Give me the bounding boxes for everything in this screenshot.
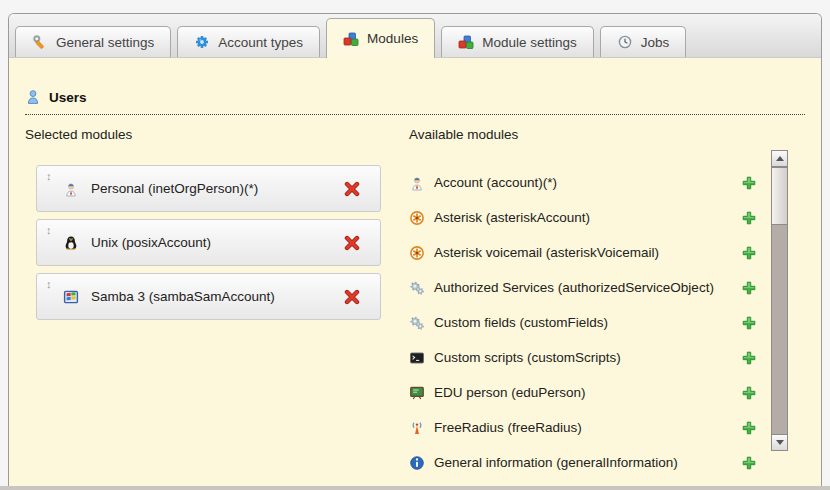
available-module-row-authorized-services: Authorized Services (authorizedServiceOb… xyxy=(409,270,756,305)
available-modules-list: Account (account)(*) xyxy=(409,165,756,480)
wrench-icon xyxy=(32,34,48,50)
module-label: Samba 3 (sambaSamAccount) xyxy=(91,289,275,304)
modules-tab-content: Users Selected modules ↕ xyxy=(9,89,821,480)
asterisk-icon xyxy=(409,210,425,226)
add-icon[interactable] xyxy=(742,316,756,330)
triangle-up-icon xyxy=(776,156,784,161)
gears-icon xyxy=(409,280,425,296)
tab-module-settings[interactable]: Module settings xyxy=(441,26,594,57)
tab-account-types[interactable]: Account types xyxy=(177,26,320,57)
person-icon xyxy=(409,175,425,191)
triangle-down-icon xyxy=(776,440,784,445)
drag-handle-icon[interactable]: ↕ xyxy=(46,279,52,290)
scrollbar-thumb[interactable] xyxy=(771,167,788,225)
tab-modules[interactable]: Modules xyxy=(326,18,435,58)
add-icon[interactable] xyxy=(742,211,756,225)
chalkboard-icon xyxy=(409,385,425,401)
drag-handle-icon[interactable]: ↕ xyxy=(46,171,52,182)
module-label: Asterisk (asteriskAccount) xyxy=(434,210,590,225)
module-label: General information (generalInformation) xyxy=(434,455,678,470)
module-label: Unix (posixAccount) xyxy=(91,235,211,250)
add-icon[interactable] xyxy=(742,421,756,435)
section-title: Users xyxy=(49,90,87,105)
tab-label: Jobs xyxy=(641,35,670,50)
tab-jobs[interactable]: Jobs xyxy=(600,26,687,57)
module-label: Custom fields (customFields) xyxy=(434,315,608,330)
terminal-icon xyxy=(409,350,425,366)
add-icon[interactable] xyxy=(742,281,756,295)
tab-label: Modules xyxy=(367,31,418,46)
person-icon xyxy=(63,181,79,197)
delete-icon[interactable] xyxy=(344,181,360,197)
bottom-divider xyxy=(0,486,830,490)
add-icon[interactable] xyxy=(742,246,756,260)
module-label: Account (account)(*) xyxy=(434,175,557,190)
tab-label: Account types xyxy=(218,35,303,50)
available-module-row-general-information: General information (generalInformation) xyxy=(409,445,756,480)
settings-panel: General settings Account types xyxy=(8,13,822,490)
available-module-row-edu-person: EDU person (eduPerson) xyxy=(409,375,756,410)
windows-icon xyxy=(63,289,79,305)
modules-icon xyxy=(458,34,474,50)
selected-module-row-unix[interactable]: ↕ Unix (posixAccount) xyxy=(36,219,381,266)
tab-general-settings[interactable]: General settings xyxy=(15,26,171,57)
add-icon[interactable] xyxy=(742,456,756,470)
available-module-row-asterisk-voicemail: Asterisk voicemail (asteriskVoicemail) xyxy=(409,235,756,270)
scroll-down-button[interactable] xyxy=(771,434,788,451)
available-module-row-custom-scripts: Custom scripts (customScripts) xyxy=(409,340,756,375)
asterisk-icon xyxy=(409,245,425,261)
antenna-icon xyxy=(409,420,425,436)
add-icon[interactable] xyxy=(742,386,756,400)
tab-label: Module settings xyxy=(482,35,577,50)
clock-icon xyxy=(617,34,633,50)
module-label: EDU person (eduPerson) xyxy=(434,385,586,400)
tab-bar: General settings Account types xyxy=(9,14,821,58)
users-section-header: Users xyxy=(25,89,805,115)
selected-module-row-personal[interactable]: ↕ Personal (inetOrgPerson)(*) xyxy=(36,165,381,212)
linux-penguin-icon xyxy=(63,235,79,251)
available-module-row-custom-fields: Custom fields (customFields) xyxy=(409,305,756,340)
module-label: FreeRadius (freeRadius) xyxy=(434,420,582,435)
module-label: Asterisk voicemail (asteriskVoicemail) xyxy=(434,245,659,260)
selected-modules-list: ↕ Personal (inetOrgPerson)(*) xyxy=(36,165,381,320)
module-label: Personal (inetOrgPerson)(*) xyxy=(91,181,258,196)
module-label: Custom scripts (customScripts) xyxy=(434,350,621,365)
delete-icon[interactable] xyxy=(344,235,360,251)
delete-icon[interactable] xyxy=(344,289,360,305)
available-module-row-asterisk: Asterisk (asteriskAccount) xyxy=(409,200,756,235)
scroll-up-button[interactable] xyxy=(771,150,788,167)
add-icon[interactable] xyxy=(742,176,756,190)
selected-module-row-samba[interactable]: ↕ Samba 3 (sambaSamAccount) xyxy=(36,273,381,320)
available-module-row-freeradius: FreeRadius (freeRadius) xyxy=(409,410,756,445)
gears-icon xyxy=(409,315,425,331)
modules-icon xyxy=(343,31,359,47)
user-icon xyxy=(25,89,41,105)
drag-handle-icon[interactable]: ↕ xyxy=(46,225,52,236)
selected-modules-label: Selected modules xyxy=(25,127,409,142)
available-modules-label: Available modules xyxy=(409,127,756,142)
info-icon xyxy=(409,455,425,471)
add-icon[interactable] xyxy=(742,351,756,365)
gear-icon xyxy=(194,34,210,50)
available-modules-scrollbar[interactable] xyxy=(771,150,788,451)
module-label: Authorized Services (authorizedServiceOb… xyxy=(434,280,714,295)
tab-label: General settings xyxy=(56,35,154,50)
available-module-row-account: Account (account)(*) xyxy=(409,165,756,200)
